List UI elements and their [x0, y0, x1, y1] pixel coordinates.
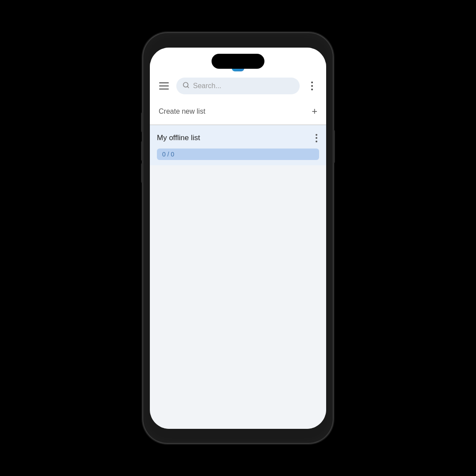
list-dot-3 [316, 141, 317, 142]
list-card-header: My offline list [157, 132, 319, 144]
hamburger-line-1 [159, 82, 169, 83]
list-item[interactable]: My offline list 0 / 0 [150, 125, 326, 165]
list-dot-2 [316, 137, 317, 139]
overflow-menu-button[interactable] [304, 78, 320, 94]
dot-1 [311, 82, 313, 83]
list-dot-1 [316, 134, 317, 136]
content-area: Create new list + My offline list 0 / 0 [150, 99, 326, 429]
dynamic-island [212, 54, 264, 69]
hamburger-menu-button[interactable] [156, 78, 172, 94]
search-placeholder-text: Search... [193, 82, 294, 90]
dot-3 [311, 89, 313, 90]
progress-bar: 0 / 0 [157, 149, 319, 160]
plus-icon: + [312, 107, 317, 116]
phone-frame: Search... Create new list + My offline l… [143, 33, 333, 443]
hamburger-line-2 [159, 86, 169, 86]
hamburger-line-3 [159, 89, 169, 89]
svg-line-3 [187, 86, 189, 88]
list-more-button[interactable] [314, 132, 319, 144]
create-list-label: Create new list [159, 108, 205, 115]
phone-screen: Search... Create new list + My offline l… [150, 48, 326, 429]
list-title: My offline list [157, 134, 200, 142]
dot-2 [311, 85, 313, 87]
progress-text: 0 / 0 [162, 151, 174, 158]
search-bar[interactable]: Search... [176, 78, 300, 94]
create-new-list-button[interactable]: Create new list + [150, 99, 326, 125]
search-icon [182, 82, 190, 90]
top-bar: Search... [150, 74, 326, 99]
